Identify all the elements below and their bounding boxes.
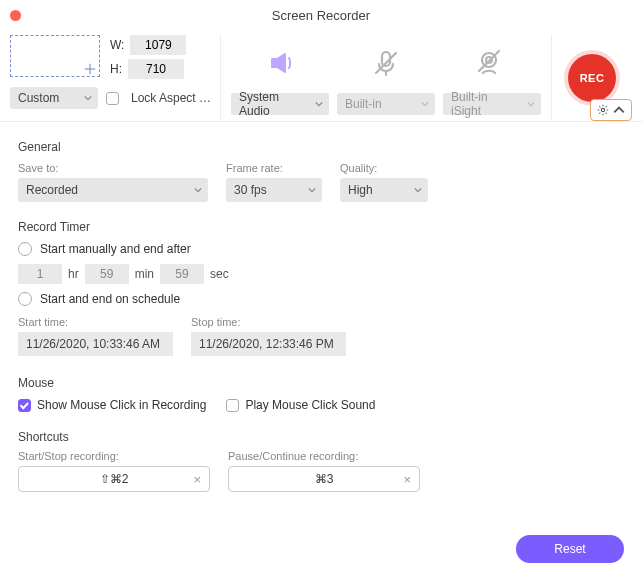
section-mouse-heading: Mouse bbox=[18, 376, 624, 390]
chevron-down-icon bbox=[84, 94, 92, 102]
height-input[interactable] bbox=[128, 59, 184, 79]
show-clicks-checkbox[interactable] bbox=[18, 399, 31, 412]
seconds-input[interactable] bbox=[160, 264, 204, 284]
startstop-shortcut-label: Start/Stop recording: bbox=[18, 450, 210, 462]
play-sound-label: Play Mouse Click Sound bbox=[245, 398, 375, 412]
svg-point-8 bbox=[601, 108, 604, 111]
window-title: Screen Recorder bbox=[272, 8, 370, 23]
chevron-down-icon bbox=[308, 186, 316, 194]
timer-manual-radio[interactable] bbox=[18, 242, 32, 256]
region-preset-select[interactable]: Custom bbox=[10, 87, 98, 109]
capture-region-preview[interactable] bbox=[10, 35, 100, 77]
quality-label: Quality: bbox=[340, 162, 428, 174]
timer-schedule-radio[interactable] bbox=[18, 292, 32, 306]
stop-time-label: Stop time: bbox=[191, 316, 346, 328]
chevron-down-icon bbox=[414, 186, 422, 194]
save-to-select[interactable]: Recorded bbox=[18, 178, 208, 202]
camera-off-icon[interactable] bbox=[473, 47, 505, 79]
save-to-label: Save to: bbox=[18, 162, 208, 174]
width-label: W: bbox=[110, 38, 124, 52]
chevron-down-icon bbox=[194, 186, 202, 194]
width-input[interactable] bbox=[130, 35, 186, 55]
start-time-input[interactable] bbox=[18, 332, 173, 356]
chevron-down-icon bbox=[527, 100, 535, 108]
system-audio-select[interactable]: System Audio bbox=[231, 93, 329, 115]
stop-time-input[interactable] bbox=[191, 332, 346, 356]
pause-shortcut-input[interactable]: ⌘3 × bbox=[228, 466, 420, 492]
lock-aspect-label: Lock Aspect R… bbox=[131, 91, 217, 105]
quality-select[interactable]: High bbox=[340, 178, 428, 202]
settings-toggle-button[interactable] bbox=[590, 99, 632, 121]
section-shortcuts-heading: Shortcuts bbox=[18, 430, 624, 444]
microphone-off-icon[interactable] bbox=[370, 47, 402, 79]
section-timer-heading: Record Timer bbox=[18, 220, 624, 234]
section-general-heading: General bbox=[18, 140, 624, 154]
framerate-label: Frame rate: bbox=[226, 162, 322, 174]
lock-aspect-checkbox[interactable] bbox=[106, 92, 119, 105]
startstop-shortcut-input[interactable]: ⇧⌘2 × bbox=[18, 466, 210, 492]
toolbar: W: H: Custom Lock Aspect R… bbox=[0, 30, 642, 122]
speaker-icon[interactable] bbox=[267, 47, 299, 79]
microphone-select[interactable]: Built-in bbox=[337, 93, 435, 115]
show-clicks-label: Show Mouse Click in Recording bbox=[37, 398, 206, 412]
hours-input[interactable] bbox=[18, 264, 62, 284]
framerate-select[interactable]: 30 fps bbox=[226, 178, 322, 202]
height-label: H: bbox=[110, 62, 122, 76]
chevron-down-icon bbox=[421, 100, 429, 108]
chevron-up-icon bbox=[613, 104, 625, 116]
play-sound-checkbox[interactable] bbox=[226, 399, 239, 412]
window-close-button[interactable] bbox=[10, 10, 21, 21]
clear-shortcut-icon[interactable]: × bbox=[403, 472, 411, 487]
crosshair-icon bbox=[84, 63, 96, 75]
minutes-input[interactable] bbox=[85, 264, 129, 284]
timer-manual-label: Start manually and end after bbox=[40, 242, 191, 256]
titlebar: Screen Recorder bbox=[0, 0, 642, 30]
reset-button[interactable]: Reset bbox=[516, 535, 624, 563]
chevron-down-icon bbox=[315, 100, 323, 108]
start-time-label: Start time: bbox=[18, 316, 173, 328]
clear-shortcut-icon[interactable]: × bbox=[193, 472, 201, 487]
timer-schedule-label: Start and end on schedule bbox=[40, 292, 180, 306]
record-button[interactable]: REC bbox=[568, 54, 616, 102]
gear-icon bbox=[597, 104, 609, 116]
camera-select[interactable]: Built-in iSight bbox=[443, 93, 541, 115]
pause-shortcut-label: Pause/Continue recording: bbox=[228, 450, 420, 462]
